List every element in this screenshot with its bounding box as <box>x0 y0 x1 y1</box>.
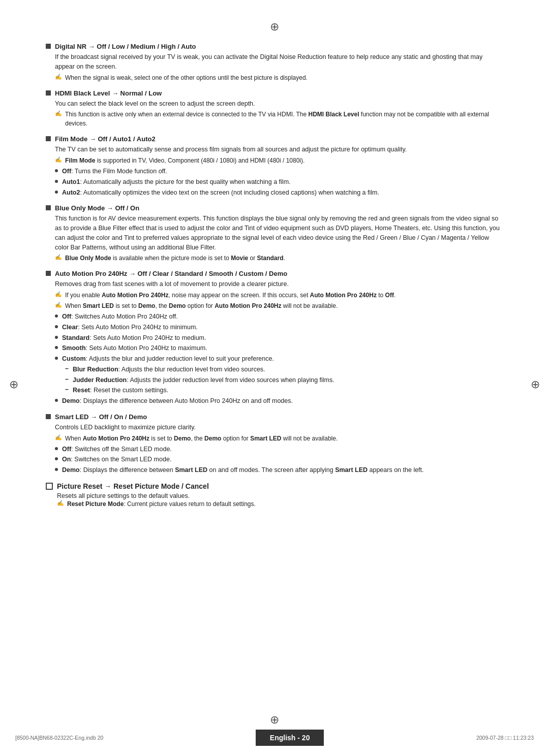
bullet-square-icon <box>46 205 51 210</box>
bullet-dot-icon <box>55 180 58 183</box>
bullet-line: Demo: Displays the difference between Sm… <box>55 465 503 475</box>
note-text: If you enable Auto Motion Pro 240Hz, noi… <box>65 291 395 300</box>
note-line: ✍ When Smart LED is set to Demo, the Dem… <box>55 301 503 310</box>
bullet-text: Smooth: Sets Auto Motion Pro 240Hz to ma… <box>62 343 207 353</box>
section-amp-body: Removes drag from fast scenes with a lot… <box>55 279 503 289</box>
section-picture-reset-body: Resets all picture settings to the defau… <box>57 492 503 499</box>
section-digital-nr-body: If the broadcast signal received by your… <box>55 52 503 72</box>
section-hdmi-title: HDMI Black Level → Normal / Low <box>55 89 162 97</box>
bullet-line: Off: Turns the Film Mode function off. <box>55 167 503 176</box>
sub-bullet-text: Blur Reduction: Adjusts the blur reducti… <box>73 365 265 374</box>
bullet-line: Standard: Sets Auto Motion Pro 240Hz to … <box>55 333 503 343</box>
bullet-dot-icon <box>55 457 58 460</box>
footer-center-text: English - 20 <box>256 730 324 746</box>
note-line: ✍ Reset Picture Mode: Current picture va… <box>57 499 503 509</box>
sub-bullet-line: – Judder Reduction: Adjusts the judder r… <box>55 375 503 385</box>
note-icon: ✍ <box>55 156 62 163</box>
footer-left-text: [8500-NA]BN68-02322C-Eng.indb 20 <box>15 735 103 741</box>
bullet-line: Clear: Sets Auto Motion Pro 240Hz to min… <box>55 323 503 332</box>
bullet-dot-icon <box>55 314 58 318</box>
section-digital-nr: Digital NR → Off / Low / Medium / High /… <box>46 43 503 82</box>
bullet-text: Demo: Displays the difference between Au… <box>62 396 293 406</box>
dash-icon: – <box>65 365 69 372</box>
bullet-text: Clear: Sets Auto Motion Pro 240Hz to min… <box>62 323 198 332</box>
bullet-text: Off: Turns the Film Mode function off. <box>62 167 167 176</box>
section-hdmi-black-level: HDMI Black Level → Normal / Low You can … <box>46 89 503 129</box>
section-smart-led: Smart LED → Off / On / Demo Controls LED… <box>46 413 503 475</box>
bullet-dot-icon <box>55 447 58 450</box>
bullet-line: Auto2: Automatically optimizes the video… <box>55 188 503 198</box>
bullet-line: Demo: Displays the difference between Au… <box>55 396 503 406</box>
note-text: Blue Only Mode is available when the pic… <box>65 254 285 263</box>
section-blue-only-mode: Blue Only Mode → Off / On This function … <box>46 204 503 263</box>
bullet-text: On: Switches on the Smart LED mode. <box>62 455 171 464</box>
footer: [8500-NA]BN68-02322C-Eng.indb 20 English… <box>0 730 549 746</box>
note-icon: ✍ <box>55 291 62 298</box>
bullet-dot-icon <box>55 346 58 349</box>
footer-right-text: 2009-07-28 □□ 11:23:23 <box>476 735 534 741</box>
left-compass-icon: ⊕ <box>9 378 18 391</box>
section-auto-motion-pro: Auto Motion Pro 240Hz → Off / Clear / St… <box>46 270 503 406</box>
note-line: ✍ If you enable Auto Motion Pro 240Hz, n… <box>55 291 503 300</box>
section-blue-title: Blue Only Mode → Off / On <box>55 204 139 212</box>
sub-bullet-text: Reset: Reset the custom settings. <box>73 386 168 395</box>
note-icon: ✍ <box>55 74 62 80</box>
bullet-text: Off: Switches off the Smart LED mode. <box>62 445 172 454</box>
bullet-square-icon <box>46 136 51 141</box>
bullet-dot-icon <box>55 357 58 360</box>
section-film-title: Film Mode → Off / Auto1 / Auto2 <box>55 135 156 143</box>
bullet-text: Standard: Sets Auto Motion Pro 240Hz to … <box>62 333 206 343</box>
bullet-text: Auto2: Automatically optimizes the video… <box>62 188 379 198</box>
section-picture-reset: Picture Reset → Reset Picture Mode / Can… <box>46 482 503 509</box>
bullet-text: Auto1: Automatically adjusts the picture… <box>62 177 291 187</box>
bottom-compass-icon: ⊕ <box>270 713 279 727</box>
main-content: Digital NR → Off / Low / Medium / High /… <box>41 43 508 509</box>
bullet-square-icon <box>46 414 51 419</box>
section-film-mode: Film Mode → Off / Auto1 / Auto2 The TV c… <box>46 135 503 197</box>
note-line: ✍ When the signal is weak, select one of… <box>55 73 503 82</box>
note-line: ✍ This function is active only when an e… <box>55 110 503 128</box>
top-compass-icon: ⊕ <box>41 20 508 34</box>
bullet-line: On: Switches on the Smart LED mode. <box>55 455 503 464</box>
note-text: Film Mode is supported in TV, Video, Com… <box>65 156 304 165</box>
note-line: ✍ Blue Only Mode is available when the p… <box>55 254 503 263</box>
bullet-dot-icon <box>55 399 58 402</box>
section-smart-led-title: Smart LED → Off / On / Demo <box>55 413 147 421</box>
bullet-text: Demo: Displays the difference between Sm… <box>62 465 424 475</box>
note-text: This function is active only when an ext… <box>65 110 503 128</box>
section-smart-led-body: Controls LED backlight to maximize pictu… <box>55 423 503 432</box>
checkbox-bullet-icon <box>46 483 53 490</box>
bullet-line: Off: Switches Auto Motion Pro 240Hz off. <box>55 312 503 322</box>
bullet-text: Custom: Adjusts the blur and judder redu… <box>62 354 274 364</box>
bullet-dot-icon <box>55 468 58 471</box>
bullet-square-icon <box>46 271 51 276</box>
note-icon: ✍ <box>55 434 62 441</box>
section-film-body: The TV can be set to automatically sense… <box>55 145 503 154</box>
right-compass-icon: ⊕ <box>531 378 540 391</box>
page: ⊕ ⊕ ⊕ Digital NR → Off / Low / Medium / … <box>0 0 549 756</box>
bullet-dot-icon <box>55 325 58 328</box>
bullet-square-icon <box>46 90 51 96</box>
section-amp-title: Auto Motion Pro 240Hz → Off / Clear / St… <box>55 270 287 277</box>
bullet-dot-icon <box>55 336 58 339</box>
note-text: Reset Picture Mode: Current picture valu… <box>67 499 256 509</box>
bullet-line: Off: Switches off the Smart LED mode. <box>55 445 503 454</box>
section-picture-reset-title: Picture Reset → Reset Picture Mode / Can… <box>57 482 209 490</box>
note-text: When Auto Motion Pro 240Hz is set to Dem… <box>65 434 338 443</box>
note-text: When the signal is weak, select one of t… <box>65 73 308 82</box>
section-hdmi-body: You can select the black level on the sc… <box>55 99 503 109</box>
dash-icon: – <box>65 375 69 383</box>
bullet-line: Smooth: Sets Auto Motion Pro 240Hz to ma… <box>55 343 503 353</box>
section-digital-nr-title: Digital NR → Off / Low / Medium / High /… <box>55 43 196 50</box>
bullet-dot-icon <box>55 191 58 194</box>
note-line: ✍ Film Mode is supported in TV, Video, C… <box>55 156 503 165</box>
note-icon: ✍ <box>55 302 62 308</box>
note-icon: ✍ <box>55 110 62 117</box>
note-text: When Smart LED is set to Demo, the Demo … <box>65 301 338 310</box>
note-line: ✍ When Auto Motion Pro 240Hz is set to D… <box>55 434 503 443</box>
sub-bullet-text: Judder Reduction: Adjusts the judder red… <box>73 375 334 385</box>
bullet-square-icon <box>46 44 51 49</box>
sub-bullet-line: – Blur Reduction: Adjusts the blur reduc… <box>55 365 503 374</box>
sub-bullet-line: – Reset: Reset the custom settings. <box>55 386 503 395</box>
bullet-line: Custom: Adjusts the blur and judder redu… <box>55 354 503 364</box>
